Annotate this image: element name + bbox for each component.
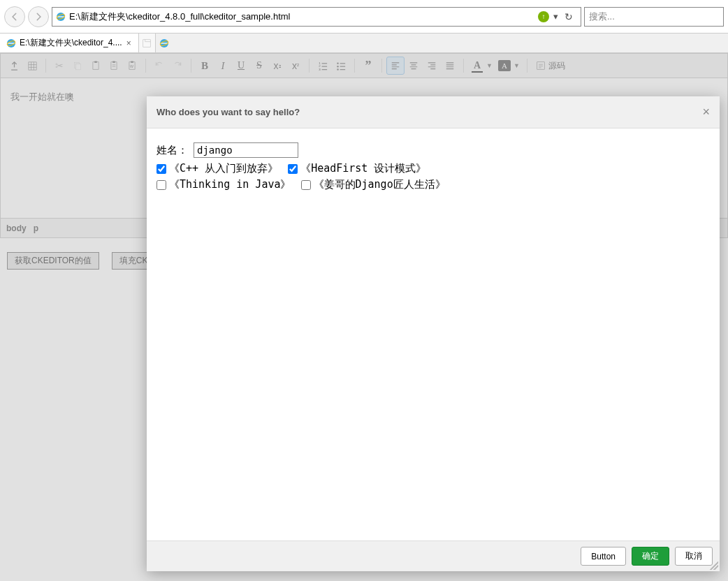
dialog-button-generic[interactable]: Button: [581, 547, 626, 566]
dialog-close-button[interactable]: ×: [702, 105, 710, 119]
name-input[interactable]: [194, 142, 298, 158]
dialog-cancel-button[interactable]: 取消: [675, 547, 713, 566]
book-checkbox-django[interactable]: [301, 180, 311, 190]
search-placeholder: 搜索...: [589, 10, 615, 23]
dialog-body: 姓名： 《C++ 从入门到放弃》 《HeadFirst 设计模式》 《Think…: [147, 128, 720, 540]
resize-grip-icon[interactable]: [710, 561, 718, 570]
url-text: E:\新建文件夹\ckeditor_4.8.0_full\ckeditor_sa…: [69, 10, 535, 23]
dialog: Who does you want to say hello? × 姓名： 《C…: [147, 96, 720, 571]
book-label: 《Thinking in Java》: [169, 178, 291, 191]
compat-icon[interactable]: ↑: [538, 11, 549, 22]
dropdown-icon[interactable]: ▾: [553, 11, 558, 22]
ie-icon: [6, 38, 17, 49]
forward-button[interactable]: [28, 6, 49, 27]
book-checkbox-java[interactable]: [156, 180, 166, 190]
dialog-footer: Button 确定 取消: [147, 540, 720, 571]
refresh-button[interactable]: ↻: [562, 11, 575, 22]
name-label: 姓名：: [156, 144, 188, 157]
address-bar[interactable]: E:\新建文件夹\ckeditor_4.8.0_full\ckeditor_sa…: [52, 7, 581, 27]
svg-rect-4: [143, 39, 151, 47]
ie-tab-icon[interactable]: [156, 34, 173, 52]
browser-tab[interactable]: E:\新建文件夹\ckeditor_4.... ×: [0, 34, 139, 52]
book-checkbox-cpp[interactable]: [156, 164, 166, 174]
browser-search-input[interactable]: 搜索...: [584, 7, 724, 27]
dialog-title-bar: Who does you want to say hello? ×: [147, 96, 720, 128]
ie-icon: [55, 11, 66, 22]
browser-nav-bar: E:\新建文件夹\ckeditor_4.8.0_full\ckeditor_sa…: [0, 0, 728, 34]
tab-title: E:\新建文件夹\ckeditor_4....: [20, 37, 122, 49]
tab-close-button[interactable]: ×: [125, 38, 133, 48]
new-tab-button[interactable]: [139, 34, 156, 52]
tab-strip: E:\新建文件夹\ckeditor_4.... ×: [0, 34, 728, 53]
back-button[interactable]: [4, 6, 25, 27]
dialog-title: Who does you want to say hello?: [156, 107, 300, 117]
book-label: 《姜哥的Django匠人生活》: [314, 178, 446, 191]
dialog-ok-button[interactable]: 确定: [632, 547, 669, 566]
book-checkbox-headfirst[interactable]: [288, 164, 298, 174]
book-label: 《HeadFirst 设计模式》: [300, 162, 426, 175]
book-label: 《C++ 从入门到放弃》: [169, 162, 278, 175]
